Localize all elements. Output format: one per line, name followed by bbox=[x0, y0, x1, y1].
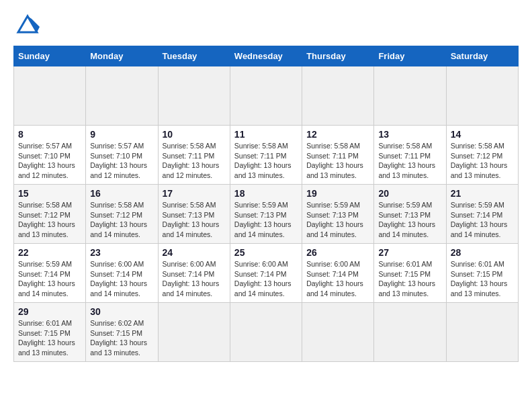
weekday-header-saturday: Saturday bbox=[446, 46, 518, 66]
day-number: 14 bbox=[451, 129, 514, 140]
calendar-cell bbox=[446, 66, 518, 126]
sunset: Sunset: 7:13 PM bbox=[378, 211, 431, 219]
sunset: Sunset: 7:13 PM bbox=[234, 211, 287, 219]
day-number: 25 bbox=[234, 247, 298, 258]
sunset: Sunset: 7:11 PM bbox=[163, 152, 215, 160]
day-number: 22 bbox=[18, 247, 81, 258]
day-number: 27 bbox=[378, 247, 441, 258]
week-row-1 bbox=[14, 66, 519, 126]
sunrise: Sunrise: 5:58 AM bbox=[163, 201, 216, 209]
weekday-header-monday: Monday bbox=[86, 46, 158, 66]
day-info: Sunrise: 6:00 AM Sunset: 7:14 PM Dayligh… bbox=[90, 259, 153, 299]
sunset: Sunset: 7:14 PM bbox=[306, 270, 359, 278]
weekday-header-tuesday: Tuesday bbox=[158, 46, 230, 66]
sunrise: Sunrise: 6:01 AM bbox=[18, 319, 72, 327]
day-info: Sunrise: 5:58 AM Sunset: 7:12 PM Dayligh… bbox=[18, 200, 81, 240]
day-info: Sunrise: 5:59 AM Sunset: 7:14 PM Dayligh… bbox=[18, 259, 81, 299]
sunrise: Sunrise: 5:59 AM bbox=[234, 201, 288, 209]
sunset: Sunset: 7:14 PM bbox=[451, 211, 503, 219]
weekday-header-sunday: Sunday bbox=[14, 46, 86, 66]
weekday-header-wednesday: Wednesday bbox=[230, 46, 302, 66]
day-info: Sunrise: 5:58 AM Sunset: 7:12 PM Dayligh… bbox=[451, 141, 514, 181]
sunrise: Sunrise: 6:00 AM bbox=[306, 260, 360, 268]
day-number: 16 bbox=[90, 188, 153, 199]
sunset: Sunset: 7:11 PM bbox=[306, 152, 359, 160]
day-info: Sunrise: 6:01 AM Sunset: 7:15 PM Dayligh… bbox=[451, 259, 514, 299]
day-number: 17 bbox=[163, 188, 226, 199]
calendar-cell: 30 Sunrise: 6:02 AM Sunset: 7:15 PM Dayl… bbox=[86, 303, 158, 362]
logo bbox=[13, 13, 40, 35]
daylight: Daylight: 13 hours and 14 minutes. bbox=[378, 220, 435, 238]
day-info: Sunrise: 5:58 AM Sunset: 7:13 PM Dayligh… bbox=[163, 200, 226, 240]
day-info: Sunrise: 6:00 AM Sunset: 7:14 PM Dayligh… bbox=[306, 259, 369, 299]
sunset: Sunset: 7:10 PM bbox=[18, 152, 71, 160]
calendar-cell bbox=[374, 66, 446, 126]
weekday-header-friday: Friday bbox=[374, 46, 446, 66]
day-info: Sunrise: 5:57 AM Sunset: 7:10 PM Dayligh… bbox=[90, 141, 153, 181]
day-number: 21 bbox=[451, 188, 514, 199]
daylight: Daylight: 13 hours and 13 minutes. bbox=[378, 161, 435, 179]
sunset: Sunset: 7:15 PM bbox=[18, 329, 71, 337]
sunrise: Sunrise: 6:00 AM bbox=[90, 260, 144, 268]
daylight: Daylight: 13 hours and 14 minutes. bbox=[90, 279, 147, 298]
day-number: 28 bbox=[451, 247, 514, 258]
sunset: Sunset: 7:14 PM bbox=[18, 270, 71, 278]
day-info: Sunrise: 6:00 AM Sunset: 7:14 PM Dayligh… bbox=[163, 259, 226, 299]
calendar-header: SundayMondayTuesdayWednesdayThursdayFrid… bbox=[14, 46, 519, 66]
sunrise: Sunrise: 6:02 AM bbox=[90, 319, 144, 327]
calendar-cell: 17 Sunrise: 5:58 AM Sunset: 7:13 PM Dayl… bbox=[158, 185, 230, 244]
calendar-cell bbox=[158, 303, 230, 362]
calendar-cell: 24 Sunrise: 6:00 AM Sunset: 7:14 PM Dayl… bbox=[158, 244, 230, 303]
sunset: Sunset: 7:14 PM bbox=[163, 270, 215, 278]
day-number: 29 bbox=[18, 306, 81, 317]
calendar-cell bbox=[446, 303, 518, 362]
day-info: Sunrise: 5:58 AM Sunset: 7:11 PM Dayligh… bbox=[163, 141, 226, 181]
daylight: Daylight: 13 hours and 14 minutes. bbox=[18, 279, 75, 298]
sunrise: Sunrise: 5:58 AM bbox=[18, 201, 72, 209]
page-header bbox=[13, 13, 519, 35]
calendar-cell: 29 Sunrise: 6:01 AM Sunset: 7:15 PM Dayl… bbox=[14, 303, 86, 362]
week-row-3: 15 Sunrise: 5:58 AM Sunset: 7:12 PM Dayl… bbox=[14, 185, 519, 244]
day-number: 26 bbox=[306, 247, 369, 258]
calendar-cell bbox=[374, 303, 446, 362]
sunrise: Sunrise: 5:58 AM bbox=[163, 142, 216, 150]
sunset: Sunset: 7:15 PM bbox=[451, 270, 503, 278]
daylight: Daylight: 13 hours and 13 minutes. bbox=[18, 220, 75, 238]
week-row-5: 29 Sunrise: 6:01 AM Sunset: 7:15 PM Dayl… bbox=[14, 303, 519, 362]
calendar-cell: 19 Sunrise: 5:59 AM Sunset: 7:13 PM Dayl… bbox=[302, 185, 374, 244]
sunrise: Sunrise: 5:58 AM bbox=[90, 201, 144, 209]
sunrise: Sunrise: 5:58 AM bbox=[451, 142, 504, 150]
sunrise: Sunrise: 5:59 AM bbox=[306, 201, 360, 209]
day-number: 20 bbox=[378, 188, 441, 199]
day-number: 30 bbox=[90, 306, 153, 317]
calendar-cell bbox=[302, 66, 374, 126]
calendar-cell: 15 Sunrise: 5:58 AM Sunset: 7:12 PM Dayl… bbox=[14, 185, 86, 244]
day-info: Sunrise: 5:58 AM Sunset: 7:11 PM Dayligh… bbox=[234, 141, 298, 181]
day-info: Sunrise: 5:57 AM Sunset: 7:10 PM Dayligh… bbox=[18, 141, 81, 181]
day-info: Sunrise: 6:01 AM Sunset: 7:15 PM Dayligh… bbox=[18, 318, 81, 358]
sunset: Sunset: 7:13 PM bbox=[163, 211, 215, 219]
daylight: Daylight: 13 hours and 14 minutes. bbox=[451, 220, 508, 238]
sunset: Sunset: 7:12 PM bbox=[451, 152, 503, 160]
calendar-cell: 14 Sunrise: 5:58 AM Sunset: 7:12 PM Dayl… bbox=[446, 126, 518, 185]
day-number: 19 bbox=[306, 188, 369, 199]
calendar-cell: 11 Sunrise: 5:58 AM Sunset: 7:11 PM Dayl… bbox=[230, 126, 302, 185]
sunrise: Sunrise: 5:59 AM bbox=[451, 201, 504, 209]
calendar-cell: 13 Sunrise: 5:58 AM Sunset: 7:11 PM Dayl… bbox=[374, 126, 446, 185]
sunrise: Sunrise: 5:58 AM bbox=[234, 142, 288, 150]
calendar-cell: 18 Sunrise: 5:59 AM Sunset: 7:13 PM Dayl… bbox=[230, 185, 302, 244]
sunrise: Sunrise: 5:59 AM bbox=[378, 201, 432, 209]
day-number: 9 bbox=[90, 129, 153, 140]
day-info: Sunrise: 5:59 AM Sunset: 7:13 PM Dayligh… bbox=[378, 200, 441, 240]
daylight: Daylight: 13 hours and 13 minutes. bbox=[18, 338, 75, 357]
daylight: Daylight: 13 hours and 12 minutes. bbox=[90, 161, 147, 179]
calendar-cell: 28 Sunrise: 6:01 AM Sunset: 7:15 PM Dayl… bbox=[446, 244, 518, 303]
calendar-cell bbox=[230, 66, 302, 126]
sunset: Sunset: 7:14 PM bbox=[90, 270, 142, 278]
calendar-cell bbox=[230, 303, 302, 362]
calendar-cell bbox=[86, 66, 158, 126]
sunrise: Sunrise: 6:01 AM bbox=[378, 260, 432, 268]
calendar-cell: 10 Sunrise: 5:58 AM Sunset: 7:11 PM Dayl… bbox=[158, 126, 230, 185]
calendar-cell: 12 Sunrise: 5:58 AM Sunset: 7:11 PM Dayl… bbox=[302, 126, 374, 185]
day-info: Sunrise: 5:59 AM Sunset: 7:14 PM Dayligh… bbox=[451, 200, 514, 240]
